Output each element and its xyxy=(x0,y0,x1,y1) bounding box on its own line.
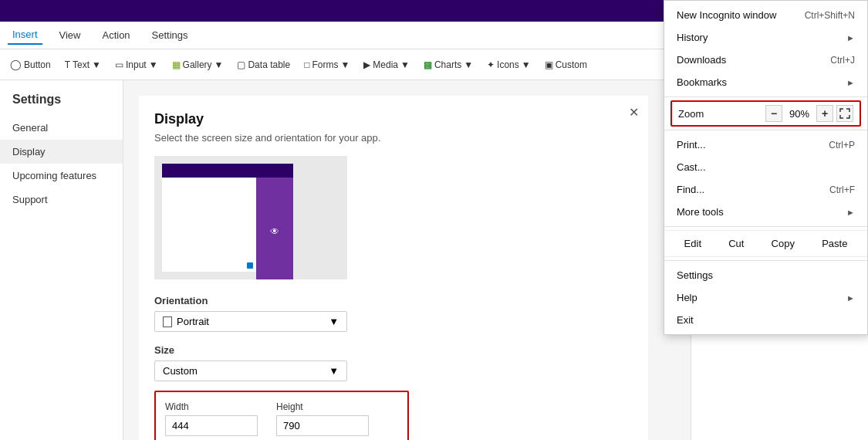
close-button[interactable]: ✕ xyxy=(629,105,639,120)
menu-label-help: Help xyxy=(677,292,697,303)
menu-item-cast[interactable]: Cast... xyxy=(664,156,867,178)
menu-divider-4 xyxy=(664,260,867,261)
paste-button[interactable]: Paste xyxy=(811,234,858,253)
zoom-plus-button[interactable]: + xyxy=(816,105,833,122)
nav-tab-action[interactable]: Action xyxy=(97,26,134,44)
orientation-select[interactable]: Portrait ▼ xyxy=(154,311,347,332)
orientation-label: Orientation xyxy=(154,295,633,306)
arrow-icon: ► xyxy=(846,33,855,42)
chevron-down-icon: ▼ xyxy=(329,365,339,377)
custom-icon: ▣ xyxy=(545,59,553,70)
width-label: Width xyxy=(165,401,258,412)
menu-label-moretools: More tools xyxy=(677,206,724,218)
menu-divider-2 xyxy=(664,130,867,130)
menu-label-print: Print... xyxy=(677,139,706,151)
menu-item-bookmarks[interactable]: Bookmarks ► xyxy=(664,71,867,93)
panel-title: Display xyxy=(154,111,633,127)
toolbar-datatable[interactable]: ▢ Data table xyxy=(233,57,294,73)
size-section: Size Custom ▼ xyxy=(154,344,633,381)
display-panel: ✕ Display Select the screen size and ori… xyxy=(139,96,648,440)
nav-tab-insert[interactable]: Insert xyxy=(8,25,42,45)
height-label: Height xyxy=(276,401,369,412)
menu-label-incognito: New Incognito window xyxy=(677,9,776,21)
toolbar-charts[interactable]: ▩ Charts ▼ xyxy=(420,57,477,73)
height-group: Height xyxy=(276,401,369,436)
sidebar-item-upcoming[interactable]: Upcoming features xyxy=(0,164,123,188)
text-icon: T xyxy=(65,59,70,70)
toolbar-text[interactable]: T Text ▼ xyxy=(61,57,105,73)
size-value: Custom xyxy=(163,365,198,377)
nav-tab-settings[interactable]: Settings xyxy=(147,26,193,44)
menu-divider-3 xyxy=(664,226,867,227)
menu-label-bookmarks: Bookmarks xyxy=(677,76,727,88)
copy-button[interactable]: Copy xyxy=(761,234,806,253)
preview-white-area: 👁 xyxy=(162,164,293,272)
menu-label-history: History xyxy=(677,32,708,43)
zoom-value: 90% xyxy=(785,108,813,120)
menu-item-exit[interactable]: Exit xyxy=(664,309,867,331)
menu-label-cast: Cast... xyxy=(677,161,706,173)
chevron-down-icon: ▼ xyxy=(400,59,410,70)
datatable-icon: ▢ xyxy=(237,59,245,70)
chevron-down-icon: ▼ xyxy=(214,59,224,70)
orientation-left: Portrait xyxy=(163,316,209,327)
arrow-icon: ► xyxy=(846,293,855,303)
edit-row: Edit Cut Copy Paste xyxy=(664,230,867,257)
icons-icon: ✦ xyxy=(487,59,495,70)
menu-label-exit: Exit xyxy=(677,314,694,326)
sidebar-item-general[interactable]: General xyxy=(0,116,123,140)
cut-button[interactable]: Cut xyxy=(718,234,755,253)
dimensions-row: Width Height xyxy=(165,401,398,436)
menu-item-incognito[interactable]: New Incognito window Ctrl+Shift+N xyxy=(664,4,867,26)
menu-shortcut-incognito: Ctrl+Shift+N xyxy=(805,10,855,21)
toolbar-icons[interactable]: ✦ Icons ▼ xyxy=(483,57,535,73)
panel-subtitle: Select the screen size and orientation f… xyxy=(154,132,633,144)
button-icon: ◯ xyxy=(10,59,22,70)
menu-item-print[interactable]: Print... Ctrl+P xyxy=(664,134,867,156)
toolbar-gallery[interactable]: ▦ Gallery ▼ xyxy=(168,57,228,73)
toolbar-forms[interactable]: □ Forms ▼ xyxy=(300,57,353,73)
chevron-down-icon: ▼ xyxy=(522,59,531,70)
edit-button[interactable]: Edit xyxy=(674,234,712,253)
sidebar: Settings General Display Upcoming featur… xyxy=(0,80,123,440)
context-menu: New Incognito window Ctrl+Shift+N Histor… xyxy=(664,0,868,335)
width-group: Width xyxy=(165,401,258,436)
zoom-minus-button[interactable]: − xyxy=(765,105,782,122)
menu-item-help[interactable]: Help ► xyxy=(664,286,867,309)
arrow-icon: ► xyxy=(846,208,855,217)
display-preview: 👁 xyxy=(154,156,347,279)
page-icon xyxy=(163,316,172,327)
forms-icon: □ xyxy=(304,59,309,70)
menu-item-history[interactable]: History ► xyxy=(664,26,867,49)
orientation-value: Portrait xyxy=(177,316,209,327)
width-input[interactable] xyxy=(165,415,258,436)
input-icon: ▭ xyxy=(115,59,123,70)
size-select[interactable]: Custom ▼ xyxy=(154,360,347,381)
nav-tab-view[interactable]: View xyxy=(55,26,86,44)
menu-item-find[interactable]: Find... Ctrl+F xyxy=(664,178,867,201)
toolbar-button[interactable]: ◯ Button xyxy=(6,56,55,73)
chevron-down-icon: ▼ xyxy=(340,59,350,70)
dimensions-box: Width Height xyxy=(154,391,409,440)
toolbar-input[interactable]: ▭ Input ▼ xyxy=(111,57,162,73)
menu-item-downloads[interactable]: Downloads Ctrl+J xyxy=(664,49,867,71)
menu-divider xyxy=(664,96,867,97)
menu-shortcut-downloads: Ctrl+J xyxy=(830,55,855,66)
zoom-fullscreen-button[interactable] xyxy=(836,105,853,122)
arrow-icon: ► xyxy=(846,78,855,87)
height-input[interactable] xyxy=(276,415,369,436)
chevron-down-icon: ▼ xyxy=(464,59,473,70)
toolbar-custom[interactable]: ▣ Custom xyxy=(541,57,591,73)
sidebar-item-support[interactable]: Support xyxy=(0,188,123,212)
menu-label-find: Find... xyxy=(677,184,704,195)
menu-shortcut-find: Ctrl+F xyxy=(829,184,855,195)
chevron-down-icon: ▼ xyxy=(92,59,101,70)
menu-item-moretools[interactable]: More tools ► xyxy=(664,201,867,223)
menu-label-settings: Settings xyxy=(677,269,713,281)
zoom-label: Zoom xyxy=(678,108,762,120)
toolbar-media[interactable]: ▶ Media ▼ xyxy=(360,57,414,73)
menu-label-downloads: Downloads xyxy=(677,54,726,66)
menu-shortcut-print: Ctrl+P xyxy=(829,140,855,151)
sidebar-item-display[interactable]: Display xyxy=(0,140,123,164)
menu-item-settings[interactable]: Settings xyxy=(664,264,867,286)
